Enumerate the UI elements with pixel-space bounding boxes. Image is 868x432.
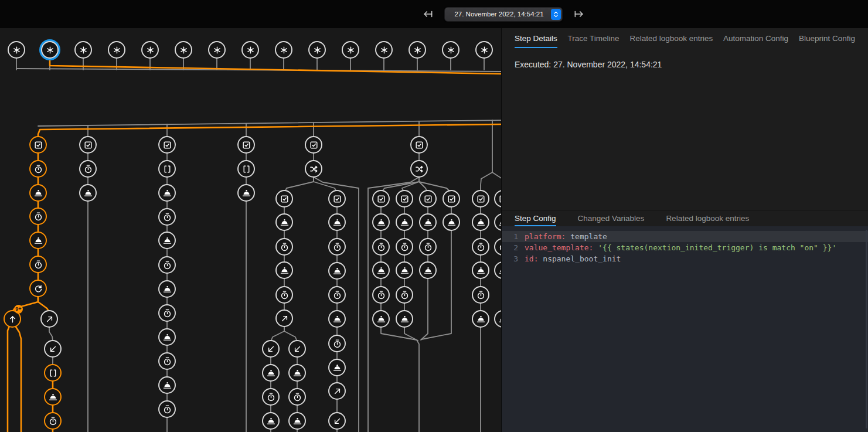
node-asterisk[interactable] [409,41,426,59]
tab-automation-config[interactable]: Automation Config [723,28,788,48]
node-checkbox[interactable] [396,190,413,208]
node-service[interactable] [158,376,176,394]
node-arrow-top-right[interactable] [275,309,293,327]
node-asterisk[interactable] [141,41,159,59]
node-timer[interactable] [158,256,176,274]
node-checkbox[interactable] [328,190,346,208]
node-checkbox[interactable] [275,190,293,208]
node-asterisk[interactable] [375,41,393,59]
node-service[interactable] [328,213,346,231]
node-asterisk[interactable] [108,41,125,59]
node-service[interactable] [237,184,255,202]
node-service[interactable] [328,310,346,328]
node-checkbox[interactable] [237,136,255,154]
run-selector-select[interactable]: 27. November 2022, 14:54:21 [444,7,563,22]
node-service[interactable] [328,262,346,280]
node-timer[interactable] [472,286,489,304]
node-service[interactable] [419,261,437,279]
tab-related-logbook-entries[interactable]: Related logbook entries [666,210,749,226]
node-service[interactable] [328,359,346,376]
node-timer[interactable] [472,238,489,256]
node-checkbox[interactable] [29,136,47,154]
node-timer[interactable] [158,208,176,226]
node-timer[interactable] [328,238,346,256]
yaml-editor[interactable]: 1platform: template2value_template: '{{ … [502,226,868,432]
node-service[interactable] [372,213,390,231]
node-asterisk[interactable] [308,41,326,59]
node-timer[interactable] [275,238,293,256]
node-service[interactable] [275,261,293,279]
node-service[interactable] [472,213,489,231]
node-arrow-bottom-left[interactable] [288,340,306,358]
node-timer[interactable] [29,208,47,225]
next-run-button[interactable] [572,7,586,21]
node-checkbox[interactable] [442,190,460,208]
node-timer[interactable] [396,238,413,256]
node-service[interactable] [29,184,47,202]
node-service[interactable] [79,184,97,202]
node-shuffle[interactable] [410,160,428,178]
tab-changed-variables[interactable]: Changed Variables [578,210,645,226]
node-service[interactable] [372,261,390,279]
node-service[interactable] [372,310,390,328]
node-timer[interactable] [158,400,176,418]
node-asterisk[interactable] [175,41,192,59]
node-arrow-bottom-left[interactable] [328,412,346,430]
node-service[interactable] [158,184,176,202]
node-timer[interactable] [288,388,306,406]
tab-step-details[interactable]: Step Details [515,28,557,48]
node-timer[interactable] [29,256,47,273]
tab-trace-timeline[interactable]: Trace Timeline [568,28,619,48]
node-asterisk[interactable] [208,41,226,59]
node-checkbox[interactable] [158,136,176,154]
node-service[interactable] [275,213,293,231]
node-timer[interactable] [158,352,176,370]
node-timer[interactable] [372,238,390,256]
node-timer[interactable] [44,412,62,430]
node-timer[interactable] [328,335,346,352]
node-timer[interactable] [262,388,280,406]
node-asterisk[interactable] [241,41,259,59]
node-service[interactable] [472,310,489,328]
node-shuffle[interactable] [305,160,322,178]
node-asterisk[interactable] [342,41,359,59]
node-checkbox[interactable] [79,136,97,154]
node-service[interactable] [158,280,176,298]
node-service[interactable] [396,310,413,328]
node-service[interactable] [396,213,413,231]
node-asterisk[interactable] [41,41,59,59]
tab-step-config[interactable]: Step Config [515,210,556,226]
tab-blueprint-config[interactable]: Blueprint Config [799,28,855,48]
previous-run-button[interactable] [421,7,435,21]
node-timer[interactable] [275,286,293,304]
node-timer[interactable] [419,238,437,256]
node-brackets[interactable] [44,364,62,382]
node-arrow-bottom-left[interactable] [44,340,62,358]
node-asterisk[interactable] [74,41,92,59]
node-asterisk[interactable] [442,41,459,59]
node-service[interactable] [472,261,489,279]
node-timer[interactable] [328,286,346,304]
node-service[interactable] [442,213,460,231]
node-service[interactable] [419,213,437,231]
node-checkbox[interactable] [305,136,322,154]
node-service[interactable] [44,388,62,406]
node-service[interactable] [262,364,280,382]
node-checkbox[interactable] [419,190,437,208]
node-arrow-top-right[interactable] [40,310,58,328]
node-service[interactable] [158,232,176,249]
node-timer[interactable] [396,286,413,304]
node-arrow-top-right[interactable] [328,382,346,400]
node-service[interactable] [262,412,280,430]
node-service[interactable] [29,232,47,249]
node-timer[interactable] [79,160,97,178]
node-timer[interactable] [372,286,390,304]
node-service[interactable] [396,261,413,279]
tab-related-logbook-entries[interactable]: Related logbook entries [629,28,713,48]
node-timer[interactable] [29,160,47,178]
node-brackets[interactable] [158,160,176,178]
node-asterisk[interactable] [8,41,25,59]
node-checkbox[interactable] [372,190,390,208]
node-checkbox[interactable] [472,190,489,208]
node-brackets[interactable] [237,160,255,178]
